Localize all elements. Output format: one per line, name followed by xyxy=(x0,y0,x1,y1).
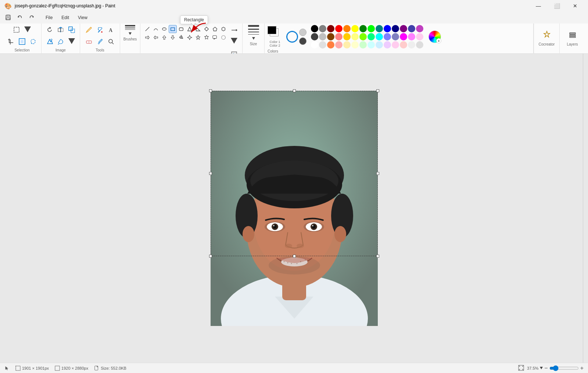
swatch-periwinkle[interactable] xyxy=(384,33,391,40)
circle-dark[interactable] xyxy=(299,37,306,45)
shape-up-arrow[interactable] xyxy=(160,33,168,42)
fit-to-window-icon[interactable] xyxy=(518,365,524,372)
close-button[interactable]: ✕ xyxy=(567,0,584,12)
magic-select-tool[interactable] xyxy=(44,36,55,47)
shape-pentagon[interactable] xyxy=(211,25,219,33)
swatch-lightcoral[interactable] xyxy=(400,41,407,49)
handle-mid-right[interactable] xyxy=(376,172,379,175)
swatch-green[interactable] xyxy=(359,25,367,32)
swatch-blush[interactable] xyxy=(416,33,423,40)
handle-bottom-left[interactable] xyxy=(209,255,212,258)
brushes-icon[interactable] xyxy=(125,25,135,30)
undo-button[interactable] xyxy=(15,12,25,23)
swatch-ghostwhite[interactable] xyxy=(408,41,415,49)
swatch-lightgray[interactable] xyxy=(319,41,326,49)
shape-star6[interactable] xyxy=(202,33,211,42)
eraser-tool[interactable] xyxy=(84,36,94,47)
swatch-darkred[interactable] xyxy=(327,25,334,32)
canvas-area[interactable] xyxy=(0,54,588,363)
zoom-dropdown[interactable] xyxy=(540,366,543,370)
swatch-red[interactable] xyxy=(335,25,343,32)
shape-rounded-rect[interactable] xyxy=(177,25,185,33)
pencil-tool[interactable] xyxy=(84,25,94,35)
flip-tool[interactable] xyxy=(55,25,66,35)
handle-top-right[interactable] xyxy=(376,89,379,92)
size-dropdown[interactable] xyxy=(252,36,255,41)
maximize-button[interactable]: ⬜ xyxy=(548,0,565,12)
resize-image-tool[interactable] xyxy=(67,25,77,35)
color1-block[interactable] xyxy=(268,26,276,34)
swatch-orange[interactable] xyxy=(343,25,351,32)
shape-diamond[interactable] xyxy=(202,25,211,33)
shape-rectangle[interactable] xyxy=(169,25,177,33)
swatch-coral[interactable] xyxy=(327,41,334,49)
swatch-magenta[interactable] xyxy=(416,25,423,32)
minimize-button[interactable]: — xyxy=(530,0,547,12)
select-freeform-tool[interactable] xyxy=(28,36,38,47)
outline-circle-selected[interactable] xyxy=(287,31,298,42)
redo-button[interactable] xyxy=(26,12,37,23)
zoom-out-button[interactable]: − xyxy=(544,365,548,372)
swatch-ivory[interactable] xyxy=(351,41,359,49)
swatch-fuchsia[interactable] xyxy=(400,33,407,40)
crop-tool[interactable] xyxy=(6,36,16,47)
zoom-in-button[interactable]: + xyxy=(580,365,584,372)
shape-left-arrow[interactable] xyxy=(152,33,160,42)
shape-callout[interactable] xyxy=(211,33,219,42)
swatch-gold[interactable] xyxy=(343,33,351,40)
swatch-chartreuse[interactable] xyxy=(359,33,367,40)
circle-gray[interactable] xyxy=(299,29,306,36)
swatch-lavender[interactable] xyxy=(392,33,399,40)
shape-down-arrow[interactable] xyxy=(169,33,177,42)
shape-burst[interactable] xyxy=(219,33,227,42)
handle-top-center[interactable] xyxy=(293,89,296,92)
handle-bottom-right[interactable] xyxy=(376,255,379,258)
shape-hexagon[interactable] xyxy=(219,25,227,33)
image-dropdown[interactable] xyxy=(67,36,77,47)
swatch-aliceblue[interactable] xyxy=(376,41,383,49)
handle-mid-left[interactable] xyxy=(209,172,212,175)
swatch-honeydew[interactable] xyxy=(359,41,367,49)
swatch-brown[interactable] xyxy=(327,33,334,40)
vertical-scrollbar[interactable] xyxy=(583,54,588,363)
swatch-gray[interactable] xyxy=(319,25,326,32)
selection-dropdown[interactable] xyxy=(22,25,33,35)
shape-star4[interactable] xyxy=(186,33,194,42)
swatch-black[interactable] xyxy=(311,25,318,32)
swatch-purple[interactable] xyxy=(400,25,407,32)
outline-dropdown[interactable] xyxy=(229,36,239,46)
shape-ellipse[interactable] xyxy=(160,25,168,33)
swatch-darkgray[interactable] xyxy=(311,33,318,40)
zoom-slider[interactable] xyxy=(549,365,579,371)
swatch-lightcyan[interactable] xyxy=(368,41,375,49)
swatch-lime[interactable] xyxy=(368,25,375,32)
handle-bottom-center[interactable] xyxy=(293,255,296,258)
swatch-teal[interactable] xyxy=(376,25,383,32)
text-tool[interactable]: A xyxy=(106,25,116,35)
shape-4way-arrow[interactable] xyxy=(177,33,185,42)
swatch-cream[interactable] xyxy=(343,41,351,49)
swatch-gainsboro[interactable] xyxy=(416,41,423,49)
swatch-salmon[interactable] xyxy=(335,33,343,40)
handle-top-left[interactable] xyxy=(209,89,212,92)
shape-star5[interactable] xyxy=(194,33,202,42)
shape-triangle[interactable] xyxy=(186,25,194,33)
bg-remove-tool[interactable] xyxy=(55,36,66,47)
size-icon[interactable] xyxy=(248,25,259,35)
edit-colors-button[interactable] xyxy=(429,31,441,43)
swatch-lightyellow[interactable] xyxy=(351,33,359,40)
shape-line[interactable] xyxy=(143,25,151,33)
brushes-dropdown[interactable] xyxy=(129,31,132,36)
swatch-white[interactable] xyxy=(311,41,318,49)
swatch-thistle[interactable] xyxy=(384,41,391,49)
rotate-tool[interactable] xyxy=(44,25,55,35)
shape-curve[interactable] xyxy=(152,25,160,33)
swatch-indigo[interactable] xyxy=(408,25,415,32)
magnifier-tool[interactable] xyxy=(106,36,116,47)
shape-right-arrow[interactable] xyxy=(143,33,151,42)
swatch-blue[interactable] xyxy=(384,25,391,32)
swatch-pink[interactable] xyxy=(408,33,415,40)
rectangle-select-tool[interactable] xyxy=(11,25,22,35)
swatch-mistyrose[interactable] xyxy=(392,41,399,49)
select-all-tool[interactable] xyxy=(17,36,27,47)
